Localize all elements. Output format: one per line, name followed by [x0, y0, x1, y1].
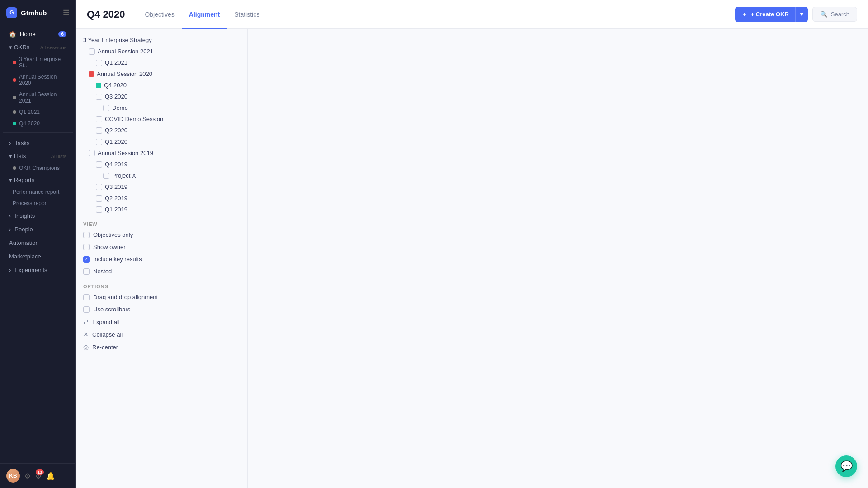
view-checkbox[interactable]	[83, 256, 90, 263]
tree-checkbox[interactable]	[96, 139, 102, 145]
view-option-nested[interactable]: Nested	[76, 265, 247, 277]
option-drag-drop[interactable]: Drag and drop alignment	[76, 291, 247, 303]
view-checkbox[interactable]	[83, 268, 90, 275]
tree-item-label: Q1 2019	[105, 206, 127, 213]
tab-bar: Objectives Alignment Statistics	[137, 0, 267, 29]
recenter-icon: ◎	[83, 343, 89, 351]
tree-item-q12020[interactable]: Q1 2020	[76, 136, 247, 147]
tree-item-covid[interactable]: COVID Demo Session	[76, 113, 247, 125]
okrs-all-link[interactable]: All sessions	[40, 45, 66, 50]
view-option-show-owner[interactable]: Show owner	[76, 241, 247, 253]
tree-checkbox[interactable]	[89, 150, 95, 156]
tree-checkbox[interactable]	[89, 48, 95, 55]
view-option-include-kr[interactable]: Include key results	[76, 253, 247, 265]
tree-item-q12019[interactable]: Q1 2019	[76, 204, 247, 215]
item-label: Annual Session 2021	[19, 91, 66, 104]
tree-item-q42019[interactable]: Q4 2019	[76, 159, 247, 170]
tree-item-projectx[interactable]: Project X	[76, 170, 247, 181]
lists-all-link[interactable]: All lists	[51, 154, 66, 159]
sidebar-item-okr-champions[interactable]: OKR Champions	[3, 163, 73, 174]
sidebar-item-process-report[interactable]: Process report	[3, 198, 73, 209]
tree-item-label: Demo	[112, 104, 128, 111]
sidebar-item-annual2020[interactable]: Annual Session 2020	[3, 71, 73, 89]
sidebar-item-experiments[interactable]: › Experiments	[3, 263, 73, 277]
sidebar-item-automation[interactable]: Automation	[3, 236, 73, 249]
tree-item-annual2020[interactable]: Annual Session 2020	[76, 68, 247, 80]
plus-icon: ＋	[741, 10, 747, 19]
view-checkbox[interactable]	[83, 232, 90, 238]
tree-item-q12021[interactable]: Q1 2021	[76, 57, 247, 68]
dot-icon	[13, 122, 16, 125]
insights-label: Insights	[14, 212, 35, 219]
tree-item-q42020[interactable]: Q4 2020	[76, 80, 247, 91]
automation-label: Automation	[9, 239, 39, 246]
notifications-button[interactable]: ⚙ 13	[35, 472, 42, 480]
tree-item-q22020[interactable]: Q2 2020	[76, 125, 247, 136]
sidebar-item-q42020[interactable]: Q4 2020	[3, 118, 73, 129]
home-icon: 🏠	[9, 31, 16, 38]
link-re-center[interactable]: ◎ Re-center	[76, 341, 247, 353]
settings-icon[interactable]: ⚙	[24, 472, 31, 480]
tree-checkbox[interactable]	[96, 116, 102, 122]
sidebar-item-annual2021[interactable]: Annual Session 2021	[3, 89, 73, 106]
tree-item-3year[interactable]: 3 Year Enterprise Strategy	[76, 34, 247, 46]
tab-alignment[interactable]: Alignment	[182, 0, 227, 29]
sidebar-item-people[interactable]: › People	[3, 223, 73, 236]
tree-checkbox[interactable]	[96, 94, 102, 100]
sidebar-section-reports[interactable]: ▾ Reports	[3, 174, 73, 186]
option-label: Drag and drop alignment	[93, 294, 158, 300]
options-section-label: OPTIONS	[76, 277, 247, 291]
view-checkbox[interactable]	[83, 294, 90, 300]
sidebar-section-lists[interactable]: ▾ Lists All lists	[3, 150, 73, 162]
alert-icon[interactable]: 🔔	[46, 472, 55, 480]
tree-item-q22019[interactable]: Q2 2019	[76, 192, 247, 204]
tree-checkbox[interactable]	[96, 206, 102, 213]
create-okr-button[interactable]: ＋ + Create OKR ▾	[735, 7, 808, 22]
chat-button[interactable]: 💬	[835, 455, 857, 477]
sidebar-nav: 🏠 Home 6 ▾ OKRs All sessions 3 Year Ente…	[0, 25, 75, 463]
app-name: Gtmhub	[21, 9, 47, 17]
create-okr-main[interactable]: ＋ + Create OKR	[735, 7, 796, 22]
avatar[interactable]: KB	[6, 469, 20, 483]
view-checkbox[interactable]	[83, 244, 90, 250]
tree-item-q32019[interactable]: Q3 2019	[76, 181, 247, 192]
sidebar-item-3year[interactable]: 3 Year Enterprise St...	[3, 54, 73, 71]
view-checkbox[interactable]	[83, 306, 90, 313]
option-label: Objectives only	[93, 231, 133, 238]
sidebar-section-okrs[interactable]: ▾ OKRs All sessions	[3, 41, 73, 53]
sidebar-item-insights[interactable]: › Insights	[3, 209, 73, 222]
view-option-objectives-only[interactable]: Objectives only	[76, 229, 247, 241]
link-expand-all[interactable]: ⇄ Expand all	[76, 315, 247, 328]
tree-checkbox[interactable]	[96, 184, 102, 190]
tree-checkbox[interactable]	[96, 161, 102, 168]
tree-checkbox[interactable]	[96, 127, 102, 134]
tree-item-label: COVID Demo Session	[105, 116, 163, 122]
tree-checkbox[interactable]	[103, 105, 109, 111]
sidebar-item-q12021[interactable]: Q1 2021	[3, 107, 73, 117]
sidebar-item-performance-report[interactable]: Performance report	[3, 187, 73, 197]
tree-checkbox[interactable]	[103, 173, 109, 179]
item-label: Annual Session 2020	[19, 74, 66, 86]
topbar-right: ＋ + Create OKR ▾ 🔍 Search	[735, 7, 857, 22]
link-collapse-all[interactable]: ✕ Collapse all	[76, 328, 247, 341]
sidebar-item-marketplace[interactable]: Marketplace	[3, 250, 73, 263]
create-okr-chevron[interactable]: ▾	[796, 7, 808, 21]
sidebar-item-home[interactable]: 🏠 Home 6	[3, 28, 73, 41]
tree-item-q32020[interactable]: Q3 2020	[76, 91, 247, 102]
tree-checkbox[interactable]	[96, 195, 102, 202]
option-label: Nested	[93, 268, 112, 275]
tree-checkbox[interactable]	[96, 60, 102, 66]
tree-item-demo[interactable]: Demo	[76, 102, 247, 113]
option-scrollbars[interactable]: Use scrollbars	[76, 303, 247, 315]
tree-item-label: Q1 2020	[105, 138, 127, 145]
collapse-button[interactable]: ☰	[63, 9, 69, 17]
tab-objectives[interactable]: Objectives	[137, 0, 181, 29]
tree-item-label: Q1 2021	[105, 59, 127, 66]
search-button[interactable]: 🔍 Search	[812, 7, 857, 22]
tree-item-annual2021[interactable]: Annual Session 2021	[76, 46, 247, 57]
search-label: Search	[831, 11, 849, 18]
home-label: Home	[20, 31, 36, 38]
tree-item-annual2019[interactable]: Annual Session 2019	[76, 147, 247, 159]
tab-statistics[interactable]: Statistics	[227, 0, 267, 29]
sidebar-item-tasks[interactable]: › Tasks	[3, 136, 73, 150]
